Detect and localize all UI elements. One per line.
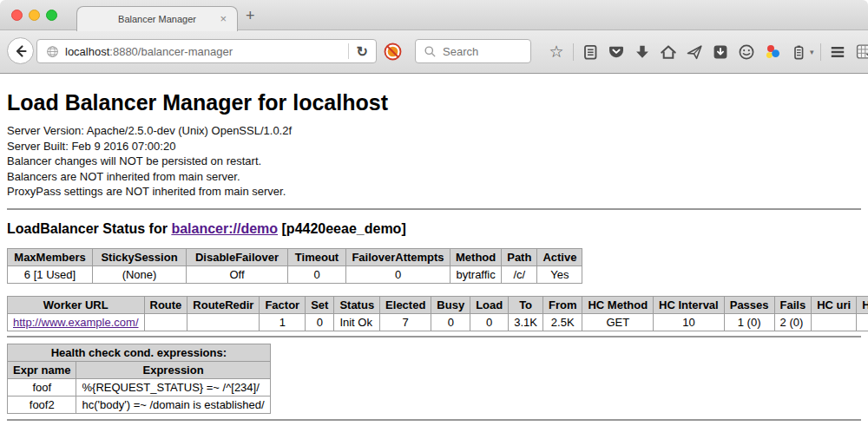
search-input[interactable]	[441, 44, 521, 59]
server-version-line: Server Version: Apache/2.5.0-dev (Unix) …	[7, 123, 861, 139]
cell-routeredir	[187, 313, 260, 331]
col-from: From	[542, 296, 582, 313]
inherit-notice-line: Balancers are NOT inherited from main se…	[7, 169, 861, 185]
col-hc-expr: HC Expr	[857, 296, 868, 313]
globe-icon	[46, 45, 59, 58]
status-suffix: [p4420eeae_demo]	[278, 221, 406, 236]
cell-from: 2.5K	[542, 313, 582, 331]
pocket-icon[interactable]	[608, 43, 625, 61]
divider	[7, 336, 861, 338]
cell-factor: 1	[260, 313, 306, 331]
grid-addon-icon[interactable]	[855, 43, 868, 61]
col-worker-url: Worker URL	[8, 296, 145, 313]
col-hc-method: HC Method	[582, 296, 654, 313]
color-dots-icon[interactable]	[764, 43, 781, 61]
server-built-line: Server Built: Feb 9 2016 07:00:20	[7, 139, 861, 154]
col-method: Method	[450, 248, 502, 265]
reload-button[interactable]: ↻	[349, 43, 376, 60]
balancer-demo-link[interactable]: balancer://demo	[171, 221, 278, 236]
menu-icon[interactable]	[829, 43, 846, 61]
send-icon[interactable]	[686, 43, 703, 61]
table-header-row: Expr name Expression	[8, 361, 271, 378]
bookmark-star-icon[interactable]: ☆	[548, 43, 565, 61]
block-icon	[383, 42, 403, 62]
new-tab-button[interactable]: +	[246, 7, 255, 25]
toolbar-separator	[820, 43, 821, 61]
cell-expression: hc('body') =~ /domain is established/	[76, 396, 270, 413]
col-path: Path	[502, 248, 537, 265]
dropdown-caret-icon[interactable]: ▾	[810, 48, 817, 56]
cell-route	[144, 313, 187, 331]
search-icon	[424, 45, 437, 58]
table-row: 6 [1 Used] (None) Off 0 0 bytraffic /c/ …	[8, 265, 582, 283]
toolbar-separator	[573, 43, 574, 61]
cell-passes: 1 (0)	[724, 313, 774, 331]
health-check-table: Health check cond. expressions: Expr nam…	[7, 344, 271, 414]
browser-chrome: Balancer Manager × + localhost:8880/bala…	[0, 0, 868, 74]
cell-busy: 0	[431, 313, 470, 331]
health-table-title: Health check cond. expressions:	[8, 344, 271, 361]
zoom-window-button[interactable]	[46, 10, 57, 21]
divider	[7, 419, 861, 421]
reading-list-icon[interactable]	[582, 43, 599, 61]
col-maxmembers: MaxMembers	[8, 248, 93, 265]
tab-close-icon[interactable]: ×	[220, 13, 227, 24]
cell-to: 3.1K	[509, 313, 543, 331]
col-hc-interval: HC Interval	[654, 296, 725, 313]
server-info: Server Version: Apache/2.5.0-dev (Unix) …	[7, 123, 861, 200]
close-window-button[interactable]	[11, 10, 23, 21]
col-disablefailover: DisableFailover	[187, 248, 288, 265]
table-row: foof %{REQUEST_STATUS} =~ /^[234]/	[8, 378, 271, 396]
table-row: foof2 hc('body') =~ /domain is establish…	[8, 396, 271, 413]
col-routeredir: RouteRedir	[187, 296, 260, 313]
titlebar: Balancer Manager × +	[0, 0, 868, 30]
battery-icon[interactable]	[790, 43, 807, 61]
cell-stickysession: (None)	[93, 265, 187, 283]
tab-balancer-manager[interactable]: Balancer Manager ×	[76, 6, 238, 31]
cell-fails: 2 (0)	[774, 313, 812, 331]
smiley-icon[interactable]	[738, 43, 755, 61]
balancer-settings-table: MaxMembers StickySession DisableFailover…	[7, 248, 582, 284]
col-factor: Factor	[260, 296, 306, 313]
cell-load: 0	[470, 313, 509, 331]
table-header-row: Worker URL Route RouteRedir Factor Set S…	[8, 296, 868, 313]
col-expression: Expression	[76, 361, 270, 378]
table-title-row: Health check cond. expressions:	[8, 344, 271, 361]
balancer-status-heading: LoadBalancer Status for balancer://demo …	[7, 221, 861, 237]
tab-title: Balancer Manager	[118, 14, 196, 24]
url-bar[interactable]: localhost:8880/balancer-manager ↻	[36, 39, 377, 63]
cell-expression: %{REQUEST_STATUS} =~ /^[234]/	[76, 378, 270, 396]
cell-status: Init Ok	[334, 313, 380, 331]
cell-method: bytraffic	[450, 265, 502, 283]
col-passes: Passes	[724, 296, 774, 313]
navigation-toolbar: localhost:8880/balancer-manager ↻ ☆	[0, 30, 868, 74]
cell-failoverattempts: 0	[346, 265, 450, 283]
download-icon[interactable]	[634, 43, 651, 61]
col-failoverattempts: FailoverAttempts	[346, 248, 450, 265]
cell-path: /c/	[502, 265, 537, 283]
col-active: Active	[537, 248, 582, 265]
content-blocker-button[interactable]	[383, 42, 403, 65]
search-bar[interactable]	[415, 39, 531, 63]
cell-hc-expr: foof2	[857, 313, 868, 331]
cell-elected: 7	[380, 313, 431, 331]
cell-timeout: 0	[288, 265, 346, 283]
cell-maxmembers: 6 [1 Used]	[8, 265, 93, 283]
save-square-icon[interactable]	[712, 43, 729, 61]
col-to: To	[509, 296, 543, 313]
col-route: Route	[144, 296, 187, 313]
cell-disablefailover: Off	[187, 265, 288, 283]
proxypass-notice-line: ProxyPass settings are NOT inherited fro…	[7, 184, 861, 200]
col-set: Set	[306, 296, 334, 313]
col-timeout: Timeout	[288, 248, 346, 265]
cell-hc-uri	[812, 313, 857, 331]
col-hc-uri: HC uri	[812, 296, 857, 313]
toolbar-icons: ☆	[543, 30, 868, 73]
minimize-window-button[interactable]	[29, 10, 40, 21]
back-button[interactable]	[7, 37, 34, 64]
worker-url-link[interactable]: http://www.example.com/	[13, 316, 139, 329]
back-icon	[12, 43, 30, 60]
home-icon[interactable]	[660, 43, 677, 61]
persist-notice-line: Balancer changes will NOT be persisted o…	[7, 154, 861, 169]
cell-expr-name: foof	[8, 378, 76, 396]
